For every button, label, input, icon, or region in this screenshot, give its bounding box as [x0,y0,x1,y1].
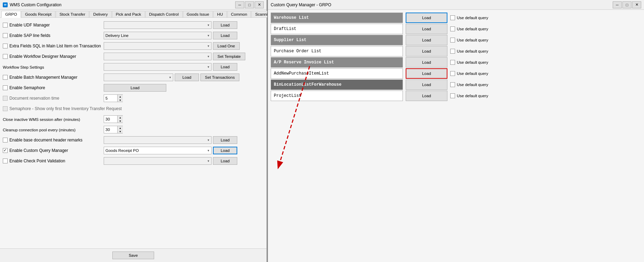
workflow-dropdown[interactable]: ▼ [104,53,212,60]
set-template-button[interactable]: Set Template [213,53,245,60]
workflow-checkbox[interactable] [3,54,8,59]
load-btn-6[interactable]: Load [406,68,447,79]
default-query-checkbox-4[interactable] [450,49,455,54]
save-button[interactable]: Save [112,252,154,259]
workflow-step-dropdown-arrow: ▼ [207,66,210,69]
doc-reservation-spinbox[interactable]: ▲ ▼ [104,94,123,102]
close-inactive-up[interactable]: ▲ [117,116,123,119]
load-one-button[interactable]: Load One [213,42,240,50]
batch-dropdown-arrow: ▼ [169,76,172,79]
close-inactive-spinbox[interactable]: ▲ ▼ [104,115,123,123]
default-query-1: Use default query [450,13,641,23]
default-query-checkbox-7[interactable] [450,82,455,87]
cleanup-up[interactable]: ▲ [117,126,123,130]
udf-dropdown[interactable]: ▼ [104,21,212,29]
close-inactive-input[interactable] [104,116,117,122]
custom-query-checkbox[interactable]: ✓ [3,148,8,153]
tab-stock-transfer[interactable]: Stock Transfer [56,11,89,17]
query-bin-location[interactable]: BinLocationListForWarehouse [271,79,403,90]
enable-udf-checkbox[interactable] [3,23,8,28]
right-window-title: Custom Query Manager - GRPO [271,2,331,7]
load-btn-3[interactable]: Load [406,35,447,45]
right-close-button[interactable]: ✕ [632,1,641,8]
close-button[interactable]: ✕ [255,1,264,8]
maximize-button[interactable]: □ [245,1,254,8]
sap-line-label: Enable SAP line fields [3,33,104,38]
extra-fields-label: Extra Fields SQL in Main List Item on Tr… [3,44,104,48]
doc-reservation-up[interactable]: ▲ [117,95,123,98]
sap-line-checkbox[interactable] [3,33,8,38]
base-doc-load-button[interactable]: Load [213,136,237,144]
tab-goods-issue[interactable]: Goods Issue [183,11,213,17]
tab-delivery[interactable]: Delivery [89,11,112,17]
sap-line-load-button[interactable]: Load [213,32,237,39]
batch-dropdown[interactable]: ▼ [104,74,173,81]
minimize-button[interactable]: ─ [235,1,244,8]
tab-pick-and-pack[interactable]: Pick and Pack [112,11,145,17]
tab-common[interactable]: Common [227,11,251,17]
close-inactive-down[interactable]: ▼ [117,119,123,123]
query-purchase-order-list[interactable]: Purchase Order List [271,46,403,56]
query-ap-reserve[interactable]: A/P Reserve Invoice List [271,57,403,68]
query-add-new-purchase[interactable]: AddNewPurchaseItemList [271,68,403,79]
workflow-label: Enable Workflow Designer Manager [3,54,104,59]
load-btn-2[interactable]: Load [406,24,447,34]
checkpoint-dropdown[interactable]: ▼ [104,157,212,165]
doc-reservation-input[interactable] [104,95,117,101]
batch-checkbox[interactable] [3,75,8,80]
cleanup-spinbox[interactable]: ▲ ▼ [104,126,123,133]
default-query-checkbox-2[interactable] [450,26,455,31]
semaphore-checkbox[interactable] [3,85,8,90]
app-icon: W [3,2,8,7]
tab-bar: GRPO Goods Receipt Stock Transfer Delive… [0,10,267,18]
extra-fields-dropdown[interactable]: ▼ [104,42,212,50]
tab-grpo[interactable]: GRPO [1,11,21,18]
default-query-checkbox-5[interactable] [450,60,455,65]
query-supplier-list[interactable]: Supplier List [271,35,403,45]
query-draft-list[interactable]: DraftList [271,24,403,34]
load-btn-4[interactable]: Load [406,46,447,56]
load-btn-8[interactable]: Load [406,91,447,101]
load-btn-5[interactable]: Load [406,57,447,68]
semaphore-load-button[interactable]: Load [104,84,166,92]
default-query-checkbox-6[interactable] [450,71,455,76]
udf-dropdown-arrow: ▼ [207,24,210,27]
right-maximize-button[interactable]: □ [622,1,631,8]
checkpoint-load-button[interactable]: Load [213,157,237,165]
cleanup-down[interactable]: ▼ [117,130,123,133]
load-btn-7[interactable]: Load [406,79,447,90]
set-transactions-button[interactable]: Set Transactions [200,74,239,81]
workflow-step-load-button[interactable]: Load [213,63,237,71]
cleanup-input[interactable] [104,127,117,132]
workflow-dropdown-arrow: ▼ [207,55,210,58]
tab-hu[interactable]: HU [213,11,227,17]
default-query-col: Use default query Use default query Use … [450,13,641,259]
load-btn-1[interactable]: Load [406,13,447,23]
query-project-list[interactable]: ProjectList [271,91,403,101]
batch-load-button[interactable]: Load [175,74,199,81]
default-query-7: Use default query [450,79,641,90]
extra-fields-checkbox[interactable] [3,44,8,48]
batch-label: Enable Batch Management Manager [3,75,104,80]
default-query-checkbox-8[interactable] [450,93,455,98]
doc-reservation-down[interactable]: ▼ [117,98,123,102]
query-warehouse-list[interactable]: Warehouse List [271,13,403,23]
custom-query-load-button[interactable]: Load [213,147,237,154]
workflow-step-dropdown[interactable]: ▼ [104,63,212,71]
sap-line-dropdown[interactable]: Delivery Line ▼ [104,32,212,39]
udf-load-button[interactable]: Load [213,21,237,29]
base-doc-dropdown[interactable]: ▼ [104,136,212,144]
load-buttons-col: Load Load Load Load Load Load Load Load [406,13,447,259]
left-window-title: WMS Custom Configuration [10,2,62,7]
checkpoint-checkbox[interactable] [3,159,8,163]
base-doc-checkbox[interactable] [3,138,8,142]
default-query-checkbox-1[interactable] [450,15,455,20]
default-query-checkbox-3[interactable] [450,38,455,43]
tab-dispatch-control[interactable]: Dispatch Control [145,11,183,17]
right-minimize-button[interactable]: ─ [613,1,622,8]
tab-goods-receipt[interactable]: Goods Receipt [21,11,55,17]
custom-query-label: ✓ Enable Custom Query Manager [3,148,104,153]
base-doc-dropdown-arrow: ▼ [207,139,210,142]
default-query-2: Use default query [450,24,641,34]
custom-query-dropdown[interactable]: Goods Receipt PO ▼ [104,147,212,154]
